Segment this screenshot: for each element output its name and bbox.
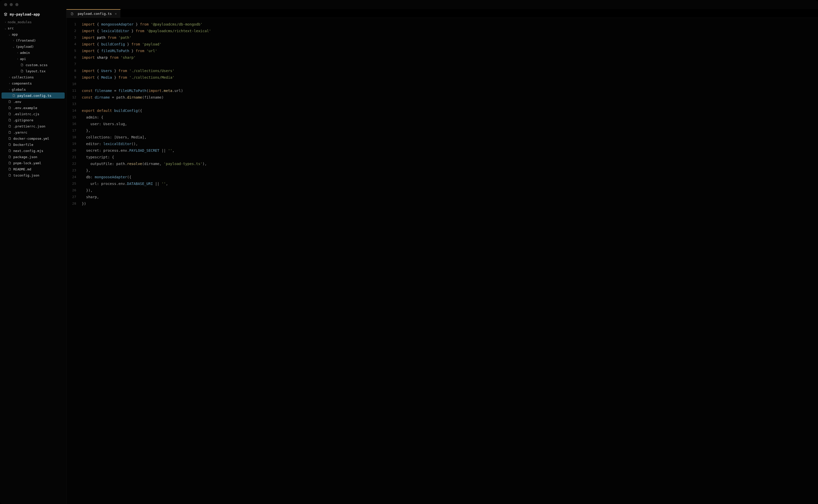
code-line[interactable]: import { lexicalEditor } from '@payloadc… <box>82 28 818 34</box>
tree-item-api[interactable]: ›api <box>2 56 65 62</box>
code-line[interactable]: import { Media } from './collections/Med… <box>82 74 818 81</box>
tree-item-payload-config[interactable]: payload.config.ts <box>2 92 65 99</box>
line-number: 19 <box>66 140 76 147</box>
titlebar[interactable] <box>0 0 818 9</box>
code-line[interactable]: }, <box>82 127 818 134</box>
file-icon <box>20 69 24 73</box>
chevron-right-icon[interactable]: › <box>8 76 11 79</box>
tree-item-admin[interactable]: ›admin <box>2 50 65 56</box>
chevron-right-icon[interactable]: › <box>8 88 11 91</box>
tree-item-collections[interactable]: ›collections <box>2 74 65 80</box>
tree-item-docker-compose[interactable]: docker-compose.yml <box>2 135 65 142</box>
token: '' <box>161 182 166 186</box>
code-line[interactable]: import { Users } from './collections/Use… <box>82 67 818 74</box>
window-close-button[interactable] <box>4 3 7 6</box>
code-line[interactable]: collections: [Users, Media], <box>82 134 818 140</box>
code-line[interactable]: user: Users.slug, <box>82 121 818 127</box>
token: dirname <box>127 95 142 99</box>
code-line[interactable]: typescript: { <box>82 154 818 160</box>
code-line[interactable]: db: mongooseAdapter({ <box>82 174 818 180</box>
tree-item-components[interactable]: ›components <box>2 80 65 86</box>
tab-bar[interactable]: payload.config.ts ✕ <box>66 9 818 18</box>
token: ({ <box>127 175 131 179</box>
token: mongooseAdapter <box>101 22 133 26</box>
tree-item-readme[interactable]: README.md <box>2 166 65 172</box>
code-line[interactable]: url: process.env.DATABASE_URI || '', <box>82 180 818 187</box>
code-line[interactable]: const filename = fileURLToPath(import.me… <box>82 87 818 94</box>
token: { <box>97 29 101 33</box>
tree-item-dockerfile[interactable]: Dockerfile <box>2 142 65 148</box>
editor[interactable]: 1234567891011121314151617181920212223242… <box>66 18 818 504</box>
token: from <box>136 49 146 53</box>
code-line[interactable]: import sharp from 'sharp' <box>82 54 818 61</box>
line-number: 21 <box>66 154 76 160</box>
code-line[interactable]: }), <box>82 187 818 194</box>
chevron-right-icon[interactable]: › <box>16 51 19 54</box>
tree-item-pnpm-lock[interactable]: pnpm-lock.yaml <box>2 160 65 166</box>
code-line[interactable]: const dirname = path.dirname(filename) <box>82 94 818 101</box>
token: || <box>159 148 168 153</box>
code-line[interactable]: import { fileURLToPath } from 'url' <box>82 48 818 54</box>
chevron-right-icon[interactable]: › <box>4 21 7 24</box>
chevron-right-icon[interactable]: › <box>8 82 11 85</box>
window-minimize-button[interactable] <box>10 3 13 6</box>
close-icon[interactable]: ✕ <box>115 12 117 16</box>
code-area[interactable]: import { mongooseAdapter } from '@payloa… <box>80 21 818 504</box>
code-line[interactable]: admin: { <box>82 114 818 121</box>
file-icon <box>8 161 12 165</box>
code-line[interactable] <box>82 61 818 67</box>
code-line[interactable]: import { mongooseAdapter } from '@payloa… <box>82 21 818 28</box>
tree-item-globals[interactable]: ›globals <box>2 86 65 92</box>
token: from <box>110 55 121 60</box>
code-line[interactable]: outputFile: path.resolve(dirname, 'paylo… <box>82 160 818 167</box>
tree-item-gitignore[interactable]: .gitignore <box>2 117 65 123</box>
code-line[interactable] <box>82 101 818 107</box>
file-icon <box>8 143 12 146</box>
tree-item-label: .gitignore <box>13 118 33 122</box>
code-line[interactable]: editor: lexicalEditor(), <box>82 140 818 147</box>
tab-payload-config[interactable]: payload.config.ts ✕ <box>66 9 120 18</box>
tree-item-eslintrc[interactable]: .eslintrc.cjs <box>2 111 65 117</box>
window-zoom-button[interactable] <box>15 3 18 6</box>
tree-item-label: components <box>12 81 32 85</box>
editor-window: my-payload-app ›node_modules⌄src⌄app›(fr… <box>0 0 818 504</box>
code-line[interactable]: secret: process.env.PAYLOAD_SECRET || ''… <box>82 147 818 154</box>
tree-item-yarnrc[interactable]: .yarnrc <box>2 129 65 135</box>
file-tree[interactable]: ›node_modules⌄src⌄app›(frontend)⌄(payloa… <box>2 19 65 178</box>
tree-item-prettierrc[interactable]: .prettierrc.json <box>2 123 65 129</box>
tree-item-custom-scss[interactable]: custom.scss <box>2 62 65 68</box>
tree-item-layout-tsx[interactable]: layout.tsx <box>2 68 65 74</box>
tree-item-package-json[interactable]: package.json <box>2 154 65 160</box>
code-line[interactable]: import path from 'path' <box>82 34 818 41</box>
token: import <box>82 36 97 40</box>
tree-item-next-config[interactable]: next.config.mjs <box>2 148 65 154</box>
chevron-right-icon[interactable]: › <box>16 57 19 60</box>
chevron-down-icon[interactable]: ⌄ <box>12 45 15 48</box>
chevron-down-icon[interactable]: ⌄ <box>4 27 7 30</box>
file-icon <box>8 131 12 134</box>
token: './collections/Users' <box>129 69 174 73</box>
file-explorer[interactable]: my-payload-app ›node_modules⌄src⌄app›(fr… <box>0 9 66 504</box>
token: } <box>133 22 140 26</box>
token: '' <box>168 148 172 153</box>
code-line[interactable]: sharp, <box>82 194 818 200</box>
tree-item-app[interactable]: ⌄app <box>2 31 65 37</box>
tree-item-tsconfig[interactable]: tsconfig.json <box>2 172 65 178</box>
tree-item-payload[interactable]: ⌄(payload) <box>2 43 65 50</box>
chevron-right-icon[interactable]: › <box>12 39 15 42</box>
project-header[interactable]: my-payload-app <box>2 11 65 19</box>
code-line[interactable]: }, <box>82 167 818 174</box>
tree-item-label: layout.tsx <box>26 69 45 73</box>
tree-item-node_modules[interactable]: ›node_modules <box>2 19 65 25</box>
chevron-down-icon[interactable]: ⌄ <box>8 33 11 36</box>
code-line[interactable] <box>82 81 818 87</box>
tree-item-src[interactable]: ⌄src <box>2 25 65 31</box>
tree-item-env-example[interactable]: .env.example <box>2 105 65 111</box>
tree-item-frontend[interactable]: ›(frontend) <box>2 37 65 43</box>
tree-item-label: .yarnrc <box>13 131 27 134</box>
token: db: <box>82 175 95 179</box>
code-line[interactable]: export default buildConfig({ <box>82 107 818 114</box>
code-line[interactable]: import { buildConfig } from 'payload' <box>82 41 818 48</box>
code-line[interactable]: }) <box>82 200 818 207</box>
tree-item-env[interactable]: .env <box>2 99 65 105</box>
